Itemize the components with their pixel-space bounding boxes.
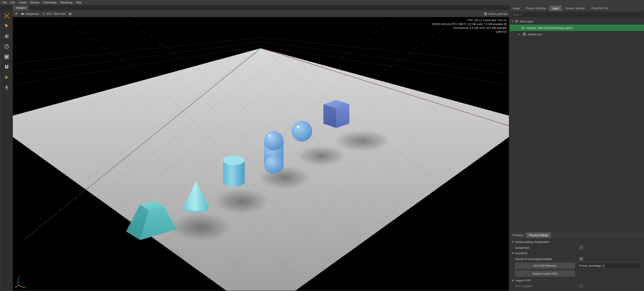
layer-child[interactable]: ▸ various.usd [510, 31, 644, 38]
scene-sphere [292, 121, 312, 142]
svg-text:X: X [15, 286, 16, 288]
layers-icon [484, 12, 487, 16]
camera-dropdown[interactable]: Perspective [21, 12, 39, 16]
move-tool[interactable] [3, 32, 10, 40]
layer-root[interactable]: Root Layer [510, 18, 644, 24]
viewport-3d[interactable]: FPS: 105.12, Frame time: 9.51 ms NVIDIA … [13, 17, 509, 290]
svg-point-8 [43, 13, 44, 14]
tab-property[interactable]: Property [510, 232, 526, 238]
svg-point-2 [5, 45, 8, 48]
svg-point-51 [297, 126, 299, 128]
svg-point-53 [264, 131, 284, 151]
set-ovd-dir-button[interactable]: Set OVD Directory [515, 262, 575, 269]
scene-capsule [264, 131, 284, 174]
tab-omnipvd-ob[interactable]: OmniPVD Ob [588, 6, 611, 11]
tab-render-settings[interactable]: Render Settings [562, 6, 588, 11]
rotate-tool[interactable] [3, 43, 10, 50]
svg-point-46 [170, 213, 231, 241]
suspension-label: Suspension [515, 246, 579, 249]
svg-point-42 [334, 130, 390, 152]
visibility-toggle[interactable] [68, 12, 72, 16]
snap-tool[interactable] [3, 63, 10, 71]
svg-point-1 [6, 36, 8, 37]
right-panel-tabs: Stage Physics Settings Layer Render Sett… [510, 5, 644, 11]
scene-cylinder [223, 156, 245, 186]
select-tool[interactable] [3, 22, 10, 30]
viewport-stats: FPS: 105.12, Frame time: 9.51 ms NVIDIA … [432, 18, 507, 34]
svg-rect-5 [6, 86, 8, 88]
renderer-dropdown[interactable]: RTX - Real-Time [42, 12, 66, 16]
axis-gizmo[interactable]: Z Y X [15, 276, 28, 288]
layer-authoring-label: various_edit.usd (Authoring Layer) [526, 26, 572, 30]
svg-point-43 [298, 146, 345, 166]
menubar: File Edit Create Window OmniGraph Render… [0, 0, 644, 5]
frame-selection-tool[interactable] [3, 12, 10, 20]
svg-point-9 [70, 14, 70, 14]
stat-gpu: NVIDIA GeForce RTX 2080 Ti: 2.5 GiB used… [432, 22, 507, 26]
ovd-dir-input[interactable] [577, 262, 642, 269]
physics-tool[interactable] [3, 84, 10, 92]
svg-point-55 [268, 134, 271, 137]
section-vehicle-debug[interactable]: Vehicle Debug Visualization [512, 239, 642, 245]
layer-child-label: various.usd [528, 33, 542, 36]
svg-line-64 [18, 285, 25, 288]
explore-latest-ovd-button[interactable]: Explore Latest OVD [515, 270, 575, 277]
viewport-toolbar: Perspective RTX - Real-Time various_edit… [13, 11, 509, 17]
scale-tool[interactable] [3, 53, 10, 61]
svg-rect-4 [6, 56, 8, 58]
svg-point-58 [223, 156, 245, 165]
menu-edit[interactable]: Edit [9, 0, 17, 5]
svg-point-45 [213, 188, 269, 214]
scene-cube [324, 100, 349, 128]
stat-host: Host Memory: 4.8 GiB used, 33.6 GiB avai… [432, 26, 507, 30]
stat-res: 1280x720 [432, 30, 507, 34]
svg-point-0 [6, 15, 8, 17]
suspension-checkbox[interactable] [579, 246, 583, 250]
tool-rail [0, 11, 13, 290]
menu-help[interactable]: Help [74, 0, 83, 5]
svg-text:Z: Z [19, 276, 20, 278]
svg-text:Y: Y [25, 286, 27, 288]
viewport-settings-button[interactable] [14, 12, 18, 16]
svg-point-47 [114, 244, 188, 279]
layer-search-input[interactable] [511, 12, 642, 17]
tab-physics-debug[interactable]: Physics Debug [526, 232, 550, 238]
viewport-tab-strip: Viewport [0, 5, 509, 10]
recording-enabled-label: OmniPVD Recording Enabled [515, 258, 579, 261]
svg-rect-7 [21, 13, 23, 14]
menu-file[interactable]: File [1, 0, 8, 5]
section-legacy-pvd[interactable]: Legacy PVD [512, 278, 642, 283]
section-omnipvd[interactable]: OmniPVD [512, 250, 642, 256]
pvd-enabled-label: PVD Enabled [515, 284, 579, 288]
menu-window[interactable]: Window [29, 0, 41, 5]
svg-point-57 [223, 177, 245, 186]
pvd-enabled-checkbox[interactable] [579, 284, 583, 288]
bottom-panel-tabs: Property Physics Debug [510, 232, 644, 238]
physics-debug-panel: Vehicle Debug Visualization Suspension O… [510, 238, 644, 291]
tab-viewport[interactable]: Viewport [13, 6, 29, 10]
layer-tree: Root Layer various_edit.usd (Authoring L… [510, 18, 644, 38]
layer-root-label: Root Layer [520, 20, 534, 23]
menu-omnigraph[interactable]: OmniGraph [42, 0, 58, 5]
menu-create[interactable]: Create [17, 0, 28, 5]
menu-rendering[interactable]: Rendering [59, 0, 74, 5]
renderer-label: RTX - Real-Time [46, 12, 66, 16]
scene-file-label: various_edit.usd [488, 12, 507, 16]
tab-layer[interactable]: Layer [549, 6, 562, 11]
camera-label: Perspective [26, 12, 39, 16]
tab-stage[interactable]: Stage [510, 6, 523, 11]
play-tool[interactable] [3, 74, 10, 81]
recording-enabled-checkbox[interactable] [579, 257, 583, 261]
stat-fps: FPS: 105.12, Frame time: 9.51 ms [432, 18, 507, 22]
svg-point-54 [264, 156, 284, 174]
layer-authoring[interactable]: various_edit.usd (Authoring Layer) [510, 24, 644, 31]
tab-physics-settings[interactable]: Physics Settings [523, 6, 549, 11]
